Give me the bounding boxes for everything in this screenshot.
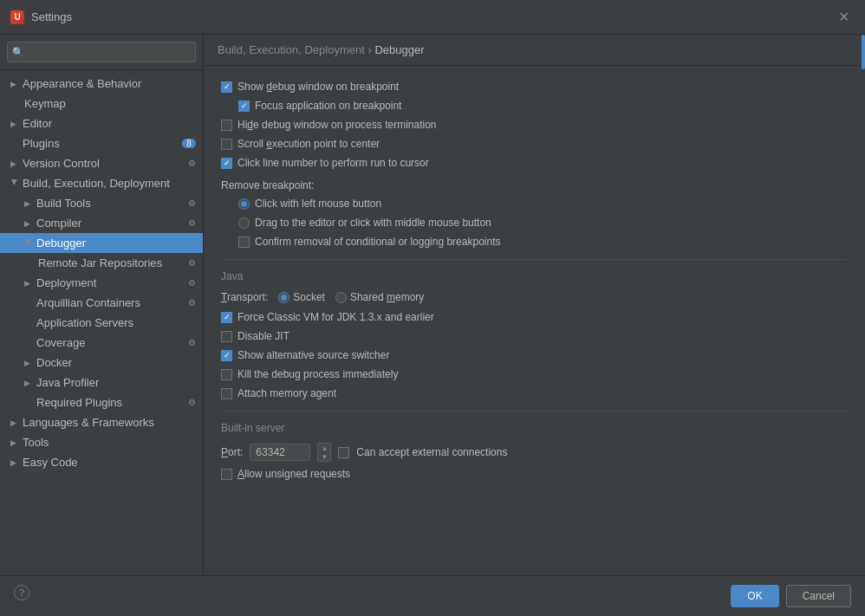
remove-breakpoint-label: Remove breakpoint: bbox=[221, 179, 314, 191]
radio-socket-input[interactable] bbox=[278, 292, 289, 303]
help-button[interactable]: ? bbox=[14, 585, 29, 600]
checkbox-kill-debug-process-label: Kill the debug process immediately bbox=[237, 368, 398, 380]
sidebar-item-easy-code[interactable]: ▶ Easy Code bbox=[0, 452, 203, 472]
port-row: Port: ▲ ▼ Can accept external connection… bbox=[221, 443, 848, 462]
search-icon: 🔍 bbox=[12, 47, 24, 58]
checkbox-confirm-removal-input[interactable] bbox=[238, 237, 250, 248]
sidebar-item-java-profiler[interactable]: ▶ Java Profiler bbox=[0, 373, 203, 392]
radio-socket-label: Socket bbox=[293, 291, 325, 303]
title-bar-left: U Settings bbox=[10, 10, 72, 24]
checkbox-can-accept-input[interactable] bbox=[338, 447, 349, 458]
cancel-button[interactable]: Cancel bbox=[786, 585, 851, 607]
checkbox-attach-memory-agent-input[interactable] bbox=[221, 388, 232, 399]
title-bar: U Settings ✕ bbox=[0, 0, 865, 35]
checkbox-kill-debug-process: Kill the debug process immediately bbox=[221, 367, 848, 381]
checkbox-click-line-number-input[interactable] bbox=[221, 158, 232, 169]
checkbox-allow-unsigned: Allow unsigned requests bbox=[221, 467, 848, 481]
radio-shared-memory[interactable]: Shared memory bbox=[335, 291, 424, 303]
checkbox-hide-debug-window-input[interactable] bbox=[221, 120, 232, 131]
settings-icon: ⚙ bbox=[188, 398, 196, 407]
sidebar-item-application-servers[interactable]: ▶ Application Servers bbox=[0, 313, 203, 333]
port-increment-button[interactable]: ▲ bbox=[318, 444, 330, 452]
sidebar-item-appearance-behavior[interactable]: ▶ Appearance & Behavior bbox=[0, 74, 203, 94]
sidebar-item-label: Version Control bbox=[23, 157, 100, 170]
sidebar-item-required-plugins[interactable]: ▶ Required Plugins ⚙ bbox=[0, 392, 203, 412]
checkbox-show-debug-window-input[interactable] bbox=[221, 81, 232, 93]
settings-icon: ⚙ bbox=[188, 338, 196, 347]
port-spinner[interactable]: ▲ ▼ bbox=[317, 443, 331, 462]
close-button[interactable]: ✕ bbox=[833, 7, 855, 27]
sidebar-item-docker[interactable]: ▶ Docker bbox=[0, 353, 203, 373]
sidebar-item-build-tools[interactable]: ▶ Build Tools ⚙ bbox=[0, 193, 203, 213]
settings-icon: ⚙ bbox=[188, 218, 196, 228]
caret-icon: ▶ bbox=[10, 418, 19, 427]
sidebar-item-version-control[interactable]: ▶ Version Control ⚙ bbox=[0, 153, 203, 173]
radio-socket[interactable]: Socket bbox=[278, 291, 325, 303]
transport-label: Transport: bbox=[221, 291, 268, 303]
settings-icon: ⚙ bbox=[188, 298, 196, 308]
radio-click-left-mouse-label: Click with left mouse button bbox=[255, 198, 381, 210]
checkbox-disable-jit: Disable JIT bbox=[221, 329, 848, 343]
checkbox-focus-application-label: Focus application on breakpoint bbox=[255, 100, 401, 112]
radio-drag-to-editor-input[interactable] bbox=[238, 217, 250, 229]
settings-icon: ⚙ bbox=[188, 198, 196, 208]
footer: ? OK Cancel bbox=[0, 575, 865, 616]
app-icon: U bbox=[10, 10, 24, 24]
java-section-title: Java bbox=[221, 270, 848, 282]
checkbox-scroll-execution: Scroll execution point to center bbox=[221, 137, 848, 151]
right-panel-wrapper: Build, Execution, Deployment › Debugger … bbox=[204, 35, 865, 575]
caret-icon: ▶ bbox=[10, 438, 19, 447]
sidebar-item-deployment[interactable]: ▶ Deployment ⚙ bbox=[0, 273, 203, 293]
sidebar-item-label: Required Plugins bbox=[36, 396, 122, 409]
scrollbar-thumb[interactable] bbox=[862, 35, 865, 69]
sidebar-item-label: Tools bbox=[23, 436, 49, 449]
caret-icon: ▶ bbox=[10, 159, 19, 168]
checkbox-show-alternative-source-input[interactable] bbox=[221, 350, 232, 361]
checkbox-can-accept-label: Can accept external connections bbox=[356, 446, 507, 458]
checkbox-kill-debug-process-input[interactable] bbox=[221, 369, 232, 380]
port-decrement-button[interactable]: ▼ bbox=[318, 452, 330, 461]
sidebar-item-label: Compiler bbox=[36, 217, 81, 230]
settings-icon: ⚙ bbox=[188, 278, 196, 288]
sidebar-item-editor[interactable]: ▶ Editor bbox=[0, 113, 203, 133]
checkbox-attach-memory-agent-label: Attach memory agent bbox=[237, 387, 336, 399]
caret-icon: ▶ bbox=[24, 219, 33, 228]
sidebar-item-label: Build, Execution, Deployment bbox=[23, 177, 170, 190]
sidebar-item-languages-frameworks[interactable]: ▶ Languages & Frameworks bbox=[0, 412, 203, 432]
radio-drag-to-editor-label: Drag to the editor or click with middle … bbox=[255, 217, 491, 229]
sidebar-item-remote-jar-repositories[interactable]: Remote Jar Repositories ⚙ bbox=[0, 253, 203, 273]
sidebar-item-label: Keymap bbox=[24, 97, 66, 110]
ok-button[interactable]: OK bbox=[731, 585, 778, 607]
search-wrapper: 🔍 bbox=[7, 42, 196, 62]
checkbox-allow-unsigned-input[interactable] bbox=[221, 469, 232, 480]
sidebar-item-tools[interactable]: ▶ Tools bbox=[0, 432, 203, 452]
sidebar-item-debugger[interactable]: ▶ Debugger bbox=[0, 233, 203, 253]
checkbox-focus-application-input[interactable] bbox=[238, 101, 250, 112]
checkbox-hide-debug-window-label: Hide debug window on process termination bbox=[237, 119, 437, 131]
radio-drag-to-editor: Drag to the editor or click with middle … bbox=[221, 216, 848, 230]
search-input[interactable] bbox=[7, 42, 196, 62]
radio-click-left-mouse-input[interactable] bbox=[238, 198, 250, 210]
sidebar-item-label: Arquillian Containers bbox=[36, 296, 140, 309]
checkbox-show-alternative-source: Show alternative source switcher bbox=[221, 348, 848, 362]
sidebar-item-keymap[interactable]: Keymap bbox=[0, 94, 203, 113]
sidebar-item-arquillian-containers[interactable]: ▶ Arquillian Containers ⚙ bbox=[0, 293, 203, 313]
checkbox-scroll-execution-label: Scroll execution point to center bbox=[237, 138, 380, 150]
checkbox-disable-jit-input[interactable] bbox=[221, 331, 232, 342]
checkbox-show-debug-window-label: Show debug window on breakpoint bbox=[237, 81, 399, 93]
checkbox-force-classic-vm-input[interactable] bbox=[221, 312, 232, 323]
sidebar-item-label: Plugins bbox=[23, 137, 60, 150]
checkbox-scroll-execution-input[interactable] bbox=[221, 139, 232, 150]
port-input[interactable] bbox=[250, 444, 310, 461]
sidebar-item-build-execution-deployment[interactable]: ▶ Build, Execution, Deployment bbox=[0, 173, 203, 193]
checkbox-allow-unsigned-label: Allow unsigned requests bbox=[237, 468, 350, 480]
sidebar-item-label: Coverage bbox=[36, 336, 85, 349]
checkbox-disable-jit-label: Disable JIT bbox=[237, 330, 289, 342]
sidebar-item-plugins[interactable]: ▶ Plugins 8 bbox=[0, 133, 203, 153]
caret-icon: ▶ bbox=[10, 120, 19, 128]
checkbox-click-line-number-label: Click line number to perform run to curs… bbox=[237, 157, 429, 169]
sidebar-item-compiler[interactable]: ▶ Compiler ⚙ bbox=[0, 213, 203, 233]
radio-shared-memory-input[interactable] bbox=[335, 292, 347, 303]
main-content: 🔍 ▶ Appearance & Behavior Keymap ▶ Edito… bbox=[0, 35, 865, 575]
sidebar-item-coverage[interactable]: ▶ Coverage ⚙ bbox=[0, 333, 203, 353]
